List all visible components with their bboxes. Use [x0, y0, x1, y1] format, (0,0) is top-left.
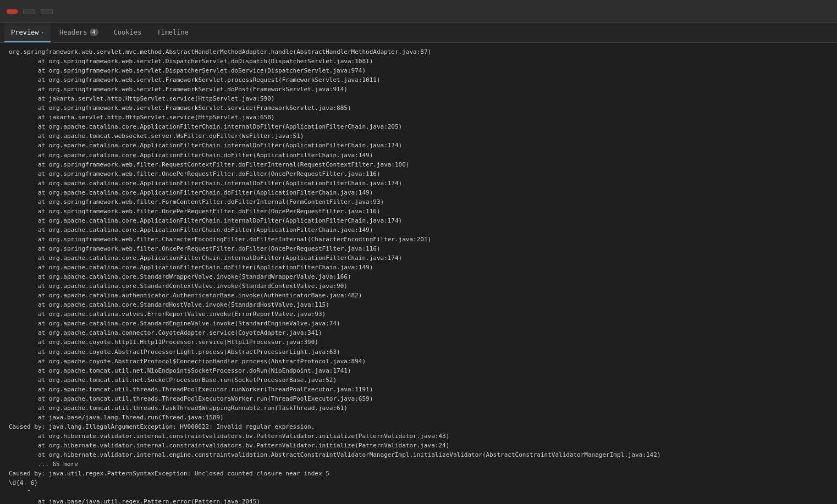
response-body[interactable]: org.springframework.web.servlet.mvc.meth…: [0, 43, 837, 504]
tab-headers-label: Headers: [59, 29, 87, 36]
tab-headers[interactable]: Headers 4: [53, 23, 105, 42]
tab-timeline[interactable]: Timeline: [150, 23, 195, 42]
headers-badge: 4: [90, 29, 98, 36]
tab-cookies[interactable]: Cookies: [107, 23, 148, 42]
chevron-down-icon: ▾: [41, 30, 44, 35]
tab-preview[interactable]: Preview ▾: [4, 23, 51, 42]
tab-bar: Preview ▾ Headers 4 Cookies Timeline: [0, 23, 837, 43]
status-badge: [7, 9, 18, 14]
tab-preview-label: Preview: [11, 29, 39, 36]
top-bar: [0, 0, 837, 23]
tab-timeline-label: Timeline: [157, 29, 189, 36]
time-metric: [23, 9, 35, 14]
size-metric: [41, 9, 53, 14]
tab-cookies-label: Cookies: [114, 29, 142, 36]
